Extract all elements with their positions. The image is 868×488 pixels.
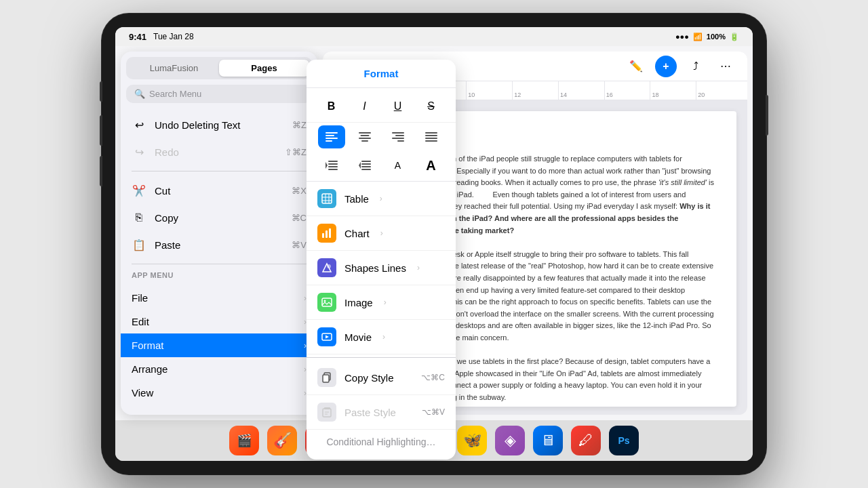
align-center-button[interactable]: [351, 125, 378, 148]
pencil-toolbar-btn[interactable]: ✏️: [625, 56, 647, 77]
svg-rect-14: [425, 138, 437, 139]
arrange-item[interactable]: Arrange ›: [121, 357, 317, 381]
copy-style-shortcut: ⌥⌘C: [421, 373, 445, 382]
svg-rect-16: [328, 161, 338, 162]
status-date: Tue Jan 28: [153, 32, 194, 41]
svg-rect-23: [361, 166, 371, 167]
svg-rect-43: [323, 409, 331, 417]
dock-icon-garageband[interactable]: 🎸: [267, 426, 297, 455]
svg-rect-0: [326, 132, 338, 134]
undo-icon: ↩: [132, 117, 146, 132]
svg-rect-36: [322, 298, 332, 306]
cut-item[interactable]: ✂️ Cut ⌘X: [121, 177, 317, 204]
svg-rect-12: [425, 132, 437, 134]
movie-menu-item[interactable]: Movie ›: [307, 320, 456, 354]
svg-point-37: [324, 300, 326, 302]
svg-rect-21: [361, 161, 371, 162]
more-toolbar-btn[interactable]: ⋯: [715, 56, 736, 77]
format-divider: [307, 357, 456, 358]
status-right: ●●● 📶 100% 🔋: [675, 33, 739, 41]
copy-style-item[interactable]: Copy Style ⌥⌘C: [307, 361, 456, 395]
app-menu-section: File › Edit › Format › Arrange ›: [121, 283, 317, 407]
image-icon: [317, 293, 336, 312]
image-label: Image: [344, 297, 373, 308]
dock-icon-drawingapp[interactable]: 🖊: [571, 426, 601, 455]
align-left-button[interactable]: [318, 125, 345, 148]
strikethrough-button[interactable]: S: [418, 95, 445, 118]
conditional-highlight-item[interactable]: Conditional Highlighting…: [307, 430, 456, 454]
svg-rect-7: [361, 140, 368, 142]
image-menu-item[interactable]: Image ›: [307, 285, 456, 320]
share-toolbar-btn[interactable]: ⤴: [685, 56, 707, 77]
copy-shortcut: ⌘C: [292, 213, 307, 223]
undo-item[interactable]: ↩ Undo Deleting Text ⌘Z: [121, 111, 317, 138]
dock-icon-pockity[interactable]: 🦋: [457, 426, 487, 455]
svg-rect-11: [397, 140, 404, 142]
indent-out-button[interactable]: [351, 154, 378, 177]
svg-rect-9: [395, 135, 404, 136]
bold-button[interactable]: B: [318, 95, 345, 118]
dock-icon-shortcuts[interactable]: ◈: [495, 426, 525, 455]
file-label: File: [132, 292, 296, 304]
align-right-button[interactable]: [384, 125, 412, 148]
chart-chevron: ›: [380, 228, 383, 238]
volume-down-button: [100, 156, 102, 186]
font-size-large-button[interactable]: A: [418, 154, 445, 177]
edit-item[interactable]: Edit ›: [121, 310, 317, 333]
paste-label: Paste: [155, 239, 283, 251]
search-bar[interactable]: 🔍 Search Menu: [126, 85, 312, 103]
redo-shortcut: ⇧⌘Z: [285, 147, 307, 157]
cut-icon: ✂️: [132, 183, 146, 198]
mute-button: [100, 81, 102, 102]
paste-item[interactable]: 📋 Paste ⌘V: [121, 231, 317, 258]
tab-lumafusion[interactable]: LumaFusion: [129, 60, 219, 77]
undo-label: Undo Deleting Text: [155, 119, 284, 131]
align-justify-button[interactable]: [418, 125, 445, 148]
indent-in-button[interactable]: [318, 154, 345, 177]
copy-item[interactable]: ⎘ Copy ⌘C: [121, 204, 317, 231]
file-item[interactable]: File ›: [121, 286, 317, 310]
shapes-chevron: ›: [417, 263, 420, 272]
table-label: Table: [344, 193, 369, 205]
dock-icon-lumafusion[interactable]: 🎬: [229, 426, 259, 455]
italic-button[interactable]: I: [351, 95, 378, 118]
movie-label: Movie: [344, 331, 372, 343]
svg-rect-1: [326, 135, 334, 136]
indent-size-controls: A A: [307, 151, 456, 182]
undo-redo-section: ↩ Undo Deleting Text ⌘Z ↪ Redo ⇧⌘Z: [121, 108, 317, 168]
panel-tabs: LumaFusion Pages: [126, 57, 312, 79]
copy-style-icon: [317, 368, 336, 387]
table-menu-item[interactable]: Table ›: [307, 182, 456, 216]
chart-menu-item[interactable]: Chart ›: [307, 216, 456, 251]
ruler-10: 10: [466, 81, 512, 100]
add-toolbar-btn[interactable]: +: [655, 56, 677, 77]
svg-rect-10: [392, 138, 404, 139]
view-item[interactable]: View ›: [121, 381, 317, 405]
cut-shortcut: ⌘X: [292, 186, 307, 196]
dock-icon-screens[interactable]: 🖥: [533, 426, 563, 455]
redo-item: ↪ Redo ⇧⌘Z: [121, 138, 317, 165]
format-item[interactable]: Format ›: [121, 333, 317, 357]
ruler-14: 14: [558, 81, 604, 100]
copy-style-label: Copy Style: [344, 372, 394, 384]
svg-rect-15: [425, 140, 437, 142]
underline-button[interactable]: U: [384, 95, 412, 118]
edit-label: Edit: [132, 316, 296, 327]
svg-marker-20: [326, 162, 328, 169]
dock-icon-photoshop[interactable]: Ps: [609, 426, 639, 455]
cut-copy-paste-section: ✂️ Cut ⌘X ⎘ Copy ⌘C 📋 Paste ⌘V: [121, 174, 317, 261]
svg-rect-5: [360, 135, 369, 136]
power-button: [766, 95, 768, 136]
svg-marker-25: [359, 162, 361, 169]
ruler-20: 20: [696, 81, 742, 100]
divider-1: [132, 171, 307, 171]
tab-pages[interactable]: Pages: [219, 60, 309, 77]
left-panel: LumaFusion Pages 🔍 Search Menu ↩ Undo De…: [121, 52, 317, 415]
svg-rect-2: [326, 138, 338, 139]
ruler-12: 12: [512, 81, 558, 100]
paste-style-item[interactable]: Paste Style ⌥⌘V: [307, 395, 456, 430]
svg-rect-3: [326, 140, 332, 142]
ruler-16: 16: [604, 81, 650, 100]
shapes-lines-menu-item[interactable]: Shapes Lines ›: [307, 251, 456, 285]
font-size-small-button[interactable]: A: [384, 154, 412, 177]
